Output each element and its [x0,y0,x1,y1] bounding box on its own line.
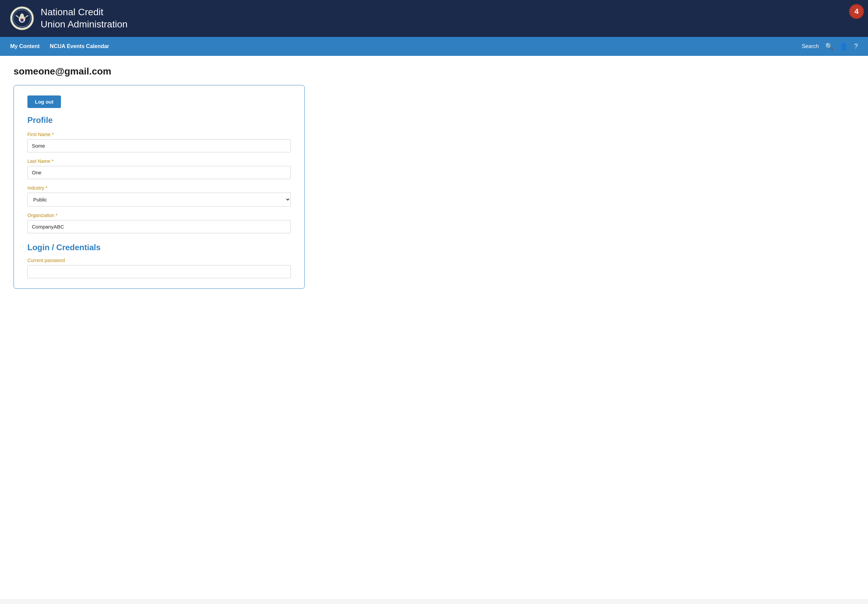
main-content: someone@gmail.com Log out Profile First … [0,56,868,599]
svg-text:NCUA · 1934: NCUA · 1934 [19,26,25,28]
profile-card: Log out Profile First Name * Last Name *… [14,85,305,289]
org-name: National Credit Union Administration [40,6,128,31]
user-icon[interactable]: 👤 [840,42,848,50]
last-name-label: Last Name * [28,158,291,164]
top-header: ★ NCUA · 1934 National Credit Union Admi… [0,0,868,37]
industry-label: Industry * [28,185,291,190]
org-logo: ★ NCUA · 1934 [10,6,34,30]
organization-label: Organization * [28,213,291,218]
last-name-input[interactable] [28,166,291,179]
current-password-label: Current password [28,258,291,263]
industry-select[interactable]: Public Finance Government Education Othe… [28,193,291,206]
first-name-input[interactable] [28,139,291,152]
svg-rect-6 [21,19,23,20]
organization-input[interactable] [28,220,291,233]
user-email: someone@gmail.com [14,66,854,77]
logout-button[interactable]: Log out [28,96,61,108]
search-icon[interactable]: 🔍 [825,42,834,50]
help-icon[interactable]: ? [854,42,858,50]
profile-section-title: Profile [28,115,291,125]
current-password-input[interactable] [28,265,291,278]
nav-bar: My Content NCUA Events Calendar Search 🔍… [0,37,868,56]
step-badge: 4 [849,4,864,19]
search-label: Search [801,43,819,50]
first-name-label: First Name * [28,132,291,137]
nav-my-content[interactable]: My Content [10,37,40,56]
nav-events-calendar[interactable]: NCUA Events Calendar [50,37,109,56]
login-section-title: Login / Credentials [28,243,291,252]
